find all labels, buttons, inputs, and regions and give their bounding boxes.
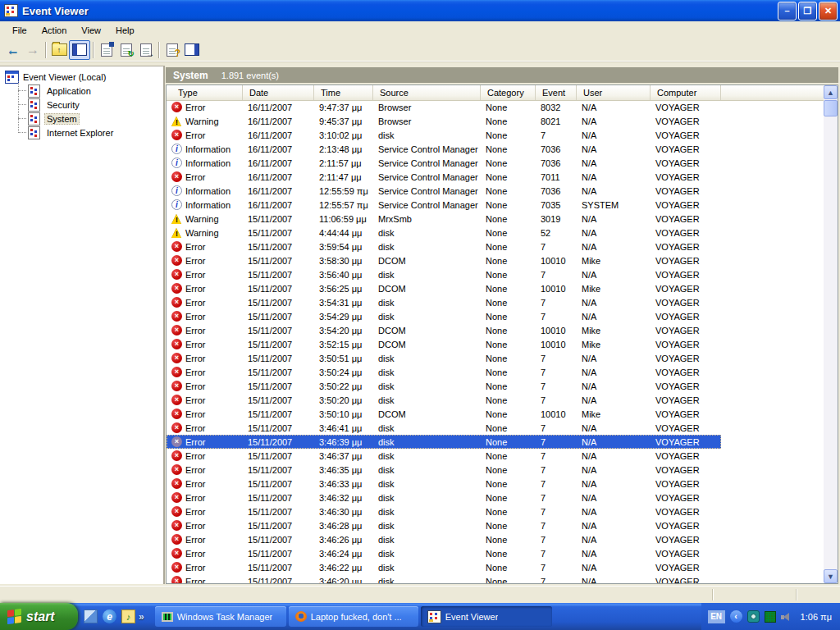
tree-item-application[interactable]: Application (18, 84, 163, 98)
restore-button[interactable]: ❐ (798, 2, 817, 21)
event-row[interactable]: Error15/11/20073:46:39 μμdiskNone7N/AVOY… (167, 435, 721, 449)
up-one-level-icon[interactable]: ↑ (49, 41, 69, 59)
event-type-label: Error (185, 130, 205, 140)
tree-item-security[interactable]: Security (18, 98, 163, 112)
event-row[interactable]: Error15/11/20073:46:41 μμdiskNone7N/AVOY… (167, 421, 721, 435)
event-row[interactable]: Error16/11/20079:47:37 μμBrowserNone8032… (167, 100, 721, 114)
event-row[interactable]: Error15/11/20073:46:32 μμdiskNone7N/AVOY… (167, 491, 721, 504)
event-list-rows: Error16/11/20079:47:37 μμBrowserNone8032… (167, 100, 824, 583)
event-log-icon (28, 84, 40, 98)
column-type[interactable]: Type (167, 85, 243, 100)
scroll-down-icon[interactable]: ▼ (824, 569, 838, 583)
event-row[interactable]: Error15/11/20073:46:33 μμdiskNone7N/AVOY… (167, 477, 721, 491)
refresh-icon[interactable]: ↻ (116, 41, 136, 59)
taskbar-button-firefox[interactable]: Laptop fucked, don't ... (289, 606, 418, 627)
scroll-thumb[interactable] (824, 100, 838, 116)
error-icon (171, 381, 182, 391)
taskbar-button-task-manager[interactable]: Windows Task Manager (155, 606, 286, 627)
event-row[interactable]: Error15/11/20073:56:25 μμDCOMNone10010Mi… (167, 281, 721, 295)
error-icon (171, 297, 182, 308)
back-icon[interactable]: ← (3, 41, 23, 59)
event-row[interactable]: Error15/11/20073:54:31 μμdiskNone7N/AVOY… (167, 295, 721, 309)
column-source[interactable]: Source (373, 85, 481, 100)
event-row[interactable]: Error15/11/20073:46:37 μμdiskNone7N/AVOY… (167, 449, 721, 463)
show-hide-action-pane-icon[interactable] (182, 41, 202, 59)
language-indicator[interactable]: EN (708, 610, 725, 623)
network-activity-icon[interactable] (765, 611, 776, 623)
event-type-label: Error (185, 270, 205, 280)
event-type-label: Error (185, 172, 205, 182)
scroll-up-icon[interactable]: ▲ (824, 85, 838, 99)
tree-root[interactable]: Event Viewer (Local) (5, 70, 163, 84)
event-row[interactable]: Error16/11/20072:11:47 μμService Control… (167, 170, 721, 184)
internet-explorer-icon[interactable]: e (103, 609, 116, 623)
event-row[interactable]: Error15/11/20073:46:22 μμdiskNone7N/AVOY… (167, 560, 721, 574)
event-type-label: Error (185, 437, 205, 447)
hide-tray-icons-icon[interactable]: ‹ (730, 610, 742, 623)
event-row[interactable]: Error15/11/20073:46:30 μμdiskNone7N/AVOY… (167, 504, 721, 518)
event-type-label: Warning (185, 116, 219, 126)
event-row[interactable]: Error15/11/20073:59:54 μμdiskNone7N/AVOY… (167, 240, 721, 253)
event-row[interactable]: Information16/11/20072:11:57 μμService C… (167, 156, 721, 170)
event-row[interactable]: Error15/11/20073:46:20 μμdiskNone7N/AVOY… (167, 574, 721, 583)
tree-item-system[interactable]: System (18, 112, 163, 126)
event-row[interactable]: Error15/11/20073:50:20 μμdiskNone7N/AVOY… (167, 393, 721, 407)
media-app-icon[interactable]: ♪ (121, 609, 135, 623)
minimize-button[interactable]: – (778, 2, 797, 21)
event-row[interactable]: Error15/11/20073:46:35 μμdiskNone7N/AVOY… (167, 463, 721, 477)
properties-icon[interactable] (97, 41, 116, 59)
taskbar-clock[interactable]: 1:06 πμ (801, 612, 832, 622)
event-row[interactable]: Error15/11/20073:46:26 μμdiskNone7N/AVOY… (167, 532, 721, 546)
volume-icon[interactable] (781, 612, 792, 622)
event-row[interactable]: Error15/11/20073:50:10 μμDCOMNone10010Mi… (167, 407, 721, 421)
column-time[interactable]: Time (314, 85, 373, 100)
event-list: Type Date Time Source Category Event Use… (166, 84, 838, 584)
export-list-icon[interactable]: → (136, 41, 156, 59)
event-row[interactable]: Information16/11/200712:55:57 πμService … (167, 198, 721, 212)
event-row[interactable]: Error16/11/20073:10:02 μμdiskNone7N/AVOY… (167, 128, 721, 142)
start-button[interactable]: start (0, 603, 78, 630)
event-row[interactable]: Error15/11/20073:46:28 μμdiskNone7N/AVOY… (167, 518, 721, 532)
column-user[interactable]: User (577, 85, 651, 100)
show-hide-console-tree-icon[interactable] (69, 40, 90, 60)
tree-item-internet-explorer[interactable]: Internet Explorer (18, 126, 163, 139)
vertical-scrollbar[interactable]: ▲ ▼ (824, 85, 838, 583)
status-separator (796, 589, 797, 600)
event-row[interactable]: Error15/11/20073:50:22 μμdiskNone7N/AVOY… (167, 379, 721, 393)
show-desktop-icon[interactable] (84, 609, 98, 623)
quick-launch-overflow-icon[interactable]: » (139, 611, 144, 623)
column-category[interactable]: Category (481, 85, 536, 100)
taskbar-button-event-viewer[interactable]: Event Viewer (421, 606, 552, 627)
event-type-label: Error (185, 381, 205, 391)
menu-view[interactable]: View (74, 23, 108, 38)
column-date[interactable]: Date (243, 85, 314, 100)
help-icon[interactable]: ? (162, 41, 182, 59)
tray-app-icon[interactable] (747, 610, 760, 623)
event-row[interactable]: Error15/11/20073:54:29 μμdiskNone7N/AVOY… (167, 309, 721, 323)
event-row[interactable]: Error15/11/20073:58:30 μμDCOMNone10010Mi… (167, 253, 721, 267)
toolbar-separator (158, 42, 160, 58)
menu-help[interactable]: Help (108, 23, 142, 38)
column-event[interactable]: Event (536, 85, 577, 100)
event-row[interactable]: Error15/11/20073:50:24 μμdiskNone7N/AVOY… (167, 365, 721, 379)
event-row[interactable]: Error15/11/20073:46:24 μμdiskNone7N/AVOY… (167, 546, 721, 560)
event-row[interactable]: Error15/11/20073:52:15 μμDCOMNone10010Mi… (167, 337, 721, 351)
console-tree: Event Viewer (Local) Application Securit… (0, 66, 165, 584)
event-row[interactable]: Error15/11/20073:50:51 μμdiskNone7N/AVOY… (167, 351, 721, 365)
event-row[interactable]: Warning15/11/200711:06:59 μμMrxSmbNone30… (167, 212, 721, 226)
event-type-label: Information (185, 186, 231, 196)
event-row[interactable]: Warning16/11/20079:45:37 μμBrowserNone80… (167, 114, 721, 128)
event-row[interactable]: Information16/11/20072:13:48 μμService C… (167, 142, 721, 156)
event-type-label: Error (185, 340, 205, 349)
event-row[interactable]: Warning15/11/20074:44:44 μμdiskNone52N/A… (167, 226, 721, 240)
column-computer[interactable]: Computer (651, 85, 721, 100)
event-type-label: Error (185, 451, 205, 461)
menu-file[interactable]: File (5, 23, 34, 38)
event-type-label: Error (185, 507, 205, 517)
menu-action[interactable]: Action (34, 23, 75, 38)
event-row[interactable]: Error15/11/20073:56:40 μμdiskNone7N/AVOY… (167, 267, 721, 281)
event-count: 1.891 event(s) (221, 71, 279, 80)
close-button[interactable]: ✕ (819, 2, 838, 21)
event-row[interactable]: Information16/11/200712:55:59 πμService … (167, 184, 721, 198)
event-row[interactable]: Error15/11/20073:54:20 μμDCOMNone10010Mi… (167, 323, 721, 337)
